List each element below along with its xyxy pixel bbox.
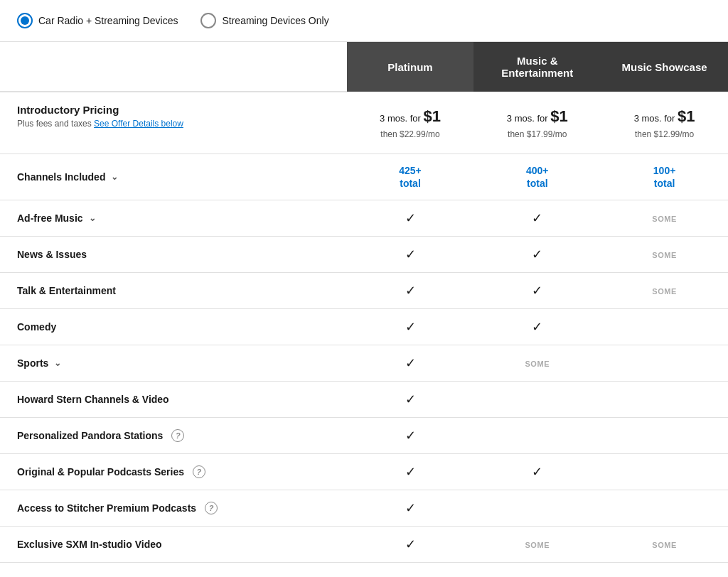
platinum-cell-7: ✓ xyxy=(347,418,474,454)
feature-name-cell-6: Howard Stern Channels & Video xyxy=(0,382,347,418)
music-ent-header: Music &Entertainment xyxy=(473,42,601,92)
check-icon: ✓ xyxy=(532,284,542,298)
pricing-feature-cell: Introductory Pricing Plus fees and taxes… xyxy=(0,92,347,154)
feature-name-cell-0: Channels Included⌄ xyxy=(0,154,347,200)
offer-details-link[interactable]: See Offer Details below xyxy=(94,119,183,129)
musicShowcase-cell-4 xyxy=(601,309,728,345)
car-radio-label: Car Radio + Streaming Devices xyxy=(38,15,178,26)
music-ent-price-cell: 3 mos. for $1 then $17.99/mo xyxy=(473,92,601,154)
musicEnt-cell-1: ✓ xyxy=(473,200,601,237)
musicShowcase-cell-6 xyxy=(601,382,728,418)
some-label: SOME xyxy=(525,541,550,549)
streaming-only-option[interactable]: Streaming Devices Only xyxy=(200,13,328,28)
musicEnt-cell-2: ✓ xyxy=(473,237,601,273)
comparison-page: Car Radio + Streaming Devices Streaming … xyxy=(0,0,728,577)
music-showcase-then: then $12.99/mo xyxy=(609,128,719,141)
feature-name-cell-8: Original & Popular Podcasts Series? xyxy=(0,454,347,490)
feature-name-cell-3: Talk & Entertainment xyxy=(0,273,347,309)
musicShowcase-cell-9 xyxy=(601,490,728,527)
platinum-cell-3: ✓ xyxy=(347,273,474,309)
music-showcase-intro-text: 3 mos. for xyxy=(634,113,675,124)
platinum-cell-1: ✓ xyxy=(347,200,474,237)
question-icon-9[interactable]: ? xyxy=(205,502,218,514)
device-selector-row: Car Radio + Streaming Devices Streaming … xyxy=(0,0,728,42)
musicEnt-cell-7 xyxy=(473,418,601,454)
platinum-intro-text: 3 mos. for xyxy=(380,113,421,124)
feature-name-cell-9: Access to Stitcher Premium Podcasts? xyxy=(0,490,347,527)
feature-label-5: Sports xyxy=(17,357,48,369)
music-ent-header-text: Music &Entertainment xyxy=(501,55,573,79)
musicEnt-cell-9 xyxy=(473,490,601,527)
musicShowcase-cell-8 xyxy=(601,454,728,490)
music-ent-intro: 3 mos. for $1 xyxy=(482,104,592,128)
musicShowcase-cell-10: SOME xyxy=(601,527,728,563)
chevron-down-icon[interactable]: ⌄ xyxy=(54,358,61,368)
feature-column-header xyxy=(0,42,347,92)
cancel-anytime-music-ent xyxy=(473,563,601,577)
music-ent-dollar: $1 xyxy=(550,107,567,125)
check-icon: ✓ xyxy=(405,392,416,406)
music-showcase-dollar: $1 xyxy=(678,107,695,125)
platinum-cell-9: ✓ xyxy=(347,490,474,527)
feature-name-cell-2: News & Issues xyxy=(0,237,347,273)
check-icon: ✓ xyxy=(405,356,416,370)
feature-name-cell-10: Exclusive SXM In-studio Video xyxy=(0,527,347,563)
feature-label-4: Comedy xyxy=(17,321,56,333)
some-label: SOME xyxy=(652,287,677,296)
chevron-down-icon[interactable]: ⌄ xyxy=(111,172,118,182)
platinum-then: then $22.99/mo xyxy=(355,128,466,141)
cancel-anytime-platinum xyxy=(347,563,474,577)
musicShowcase-cell-2: SOME xyxy=(601,237,728,273)
music-ent-then: then $17.99/mo xyxy=(482,128,592,141)
cancel-anytime-music-showcase xyxy=(601,563,728,577)
channels-value: 100+total xyxy=(653,165,676,189)
question-icon-7[interactable]: ? xyxy=(171,429,184,442)
platinum-cell-6: ✓ xyxy=(347,382,474,418)
musicEnt-cell-4: ✓ xyxy=(473,309,601,345)
musicEnt-cell-3: ✓ xyxy=(473,273,601,309)
platinum-cell-8: ✓ xyxy=(347,454,474,490)
music-showcase-intro: 3 mos. for $1 xyxy=(609,104,719,128)
check-icon: ✓ xyxy=(532,465,542,479)
musicShowcase-cell-3: SOME xyxy=(601,273,728,309)
streaming-only-circle[interactable] xyxy=(200,13,216,28)
check-icon: ✓ xyxy=(532,320,542,334)
musicEnt-cell-5: SOME xyxy=(473,345,601,382)
musicEnt-cell-0: 400+total xyxy=(473,154,601,200)
feature-row-8: Original & Popular Podcasts Series?✓✓ xyxy=(0,454,728,490)
platinum-intro: 3 mos. for $1 xyxy=(355,104,466,128)
question-icon-8[interactable]: ? xyxy=(193,465,205,478)
musicEnt-cell-6 xyxy=(473,382,601,418)
check-icon: ✓ xyxy=(405,465,416,479)
feature-label-0: Channels Included xyxy=(17,171,105,183)
car-radio-option[interactable]: Car Radio + Streaming Devices xyxy=(17,13,178,28)
feature-row-0: Channels Included⌄425+total400+total100+… xyxy=(0,154,728,200)
music-showcase-header: Music Showcase xyxy=(601,42,728,92)
platinum-header: Platinum xyxy=(347,42,474,92)
channels-value: 400+total xyxy=(526,165,549,189)
car-radio-circle[interactable] xyxy=(17,13,33,28)
feature-row-9: Access to Stitcher Premium Podcasts?✓ xyxy=(0,490,728,527)
feature-label-9: Access to Stitcher Premium Podcasts xyxy=(17,502,196,514)
chevron-down-icon[interactable]: ⌄ xyxy=(89,213,96,223)
musicShowcase-cell-5 xyxy=(601,345,728,382)
feature-name-cell-7: Personalized Pandora Stations? xyxy=(0,418,347,454)
platinum-price-cell: 3 mos. for $1 then $22.99/mo xyxy=(347,92,474,154)
music-showcase-price-cell: 3 mos. for $1 then $12.99/mo xyxy=(601,92,728,154)
feature-name-cell-5: Sports⌄ xyxy=(0,345,347,382)
feature-label-2: News & Issues xyxy=(17,249,87,260)
check-icon: ✓ xyxy=(532,247,542,261)
feature-name-cell-1: Ad-free Music⌄ xyxy=(0,200,347,237)
feature-label-6: Howard Stern Channels & Video xyxy=(17,394,169,405)
musicEnt-cell-8: ✓ xyxy=(473,454,601,490)
musicShowcase-cell-0: 100+total xyxy=(601,154,728,200)
feature-row-7: Personalized Pandora Stations?✓ xyxy=(0,418,728,454)
some-label: SOME xyxy=(525,360,550,368)
feature-label-7: Personalized Pandora Stations xyxy=(17,430,163,441)
pricing-subtitle: Plus fees and taxes See Offer Details be… xyxy=(17,119,330,129)
feature-label-1: Ad-free Music xyxy=(17,212,83,224)
check-icon: ✓ xyxy=(405,501,416,515)
feature-row-1: Ad-free Music⌄✓✓SOME xyxy=(0,200,728,237)
channels-value: 425+total xyxy=(399,165,422,189)
music-ent-intro-text: 3 mos. for xyxy=(507,113,548,124)
